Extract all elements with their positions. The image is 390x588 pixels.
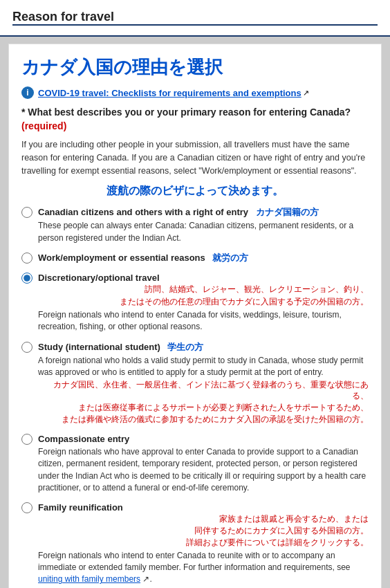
- radio-desc-6-before-link: Foreign nationals who intend to enter Ca…: [38, 551, 351, 572]
- sub-heading-jp: 渡航の際のビザによって決めます。: [21, 184, 369, 199]
- radio-desc-jp-3: 訪問、結婚式、レジャー、観光、レクリエーション、釣り、またはその他の任意の理由で…: [38, 284, 369, 308]
- radio-canadian-citizens[interactable]: [21, 207, 32, 218]
- radio-group: Canadian citizens and others with a righ…: [21, 205, 369, 588]
- radio-desc-jp-4: カナダ国民、永住者、一般居住者、インド法に基づく登録者のうち、重要な状態にある、…: [38, 379, 369, 425]
- radio-work[interactable]: [21, 252, 32, 264]
- page-title: Reason for travel: [12, 10, 378, 24]
- radio-desc-3: Foreign nationals who intend to enter Ca…: [38, 309, 369, 333]
- radio-desc-6: Foreign nationals who intend to enter Ca…: [38, 550, 369, 586]
- page-heading-jp: カナダ入国の理由を選択: [21, 55, 369, 80]
- radio-item-study[interactable]: Study (international student) 学生の方 A for…: [21, 340, 369, 425]
- main-content: カナダ入国の理由を選択 i COVID-19 travel: Checklist…: [8, 44, 382, 588]
- info-link[interactable]: COVID-19 travel: Checklists for requirem…: [38, 88, 301, 98]
- radio-discretionary[interactable]: [21, 273, 32, 284]
- radio-item-work[interactable]: Work/employment or essential reasons 就労の…: [21, 251, 369, 264]
- radio-content-6: Family reunification 家族または親戚と再会するため、または同…: [38, 501, 369, 586]
- radio-item-family[interactable]: Family reunification 家族または親戚と再会するため、または同…: [21, 501, 369, 586]
- radio-desc-jp-6-top: 家族または親戚と再会するため、または同伴するためにカナダに入国する外国籍の方。詳…: [38, 513, 369, 548]
- radio-content-5: Compassionate entry Foreign nationals wh…: [38, 432, 369, 495]
- radio-title-4: Study (international student): [38, 342, 160, 352]
- radio-family[interactable]: [21, 502, 32, 513]
- radio-content-1: Canadian citizens and others with a righ…: [38, 205, 369, 244]
- radio-label-row-5: Compassionate entry: [38, 432, 369, 445]
- info-link-row: i COVID-19 travel: Checklists for requir…: [21, 86, 369, 99]
- radio-label-row-2: Work/employment or essential reasons 就労の…: [38, 251, 369, 264]
- radio-title-1: Canadian citizens and others with a righ…: [38, 207, 248, 217]
- radio-compassionate[interactable]: [21, 434, 32, 445]
- radio-desc-1: These people can always enter Canada: Ca…: [38, 220, 369, 244]
- radio-study[interactable]: [21, 342, 32, 353]
- radio-desc-4: A foreign national who holds a valid stu…: [38, 355, 369, 379]
- radio-title-jp-2: 就労の方: [212, 252, 248, 263]
- radio-desc-6-external: ↗.: [142, 574, 151, 584]
- radio-content-3: Discretionary/optional travel 訪問、結婚式、レジャ…: [38, 271, 369, 333]
- radio-item-discretionary[interactable]: Discretionary/optional travel 訪問、結婚式、レジャ…: [21, 271, 369, 333]
- external-link-icon: ↗: [303, 89, 309, 98]
- header-bar: Reason for travel: [0, 0, 390, 37]
- radio-content-2: Work/employment or essential reasons 就労の…: [38, 251, 369, 264]
- radio-label-row-6: Family reunification: [38, 501, 369, 513]
- page-wrapper: Reason for travel カナダ入国の理由を選択 i COVID-19…: [0, 0, 390, 588]
- question-label: * What best describes you or your primar…: [21, 106, 369, 133]
- radio-content-4: Study (international student) 学生の方 A for…: [38, 340, 369, 425]
- radio-title-jp-4: 学生の方: [167, 342, 203, 352]
- info-icon: i: [21, 86, 34, 99]
- radio-item-compassionate[interactable]: Compassionate entry Foreign nationals wh…: [21, 432, 369, 495]
- radio-title-5: Compassionate entry: [38, 434, 129, 444]
- question-text: * What best describes you or your primar…: [21, 107, 351, 118]
- radio-title-2: Work/employment or essential reasons: [38, 252, 205, 263]
- description-text: If you are including other people in you…: [21, 138, 369, 177]
- required-label: (required): [21, 120, 66, 131]
- radio-title-jp-1: カナダ国籍の方: [256, 207, 319, 217]
- radio-item-canadian-citizens[interactable]: Canadian citizens and others with a righ…: [21, 205, 369, 244]
- radio-label-row-4: Study (international student) 学生の方: [38, 340, 369, 353]
- radio-title-3: Discretionary/optional travel: [38, 273, 160, 283]
- radio-title-6: Family reunification: [38, 502, 123, 513]
- family-members-link[interactable]: uniting with family members: [38, 574, 140, 584]
- radio-label-row-1: Canadian citizens and others with a righ…: [38, 205, 369, 219]
- radio-desc-5: Foreign nationals who have approval to e…: [38, 446, 369, 495]
- radio-label-row-3: Discretionary/optional travel: [38, 271, 369, 284]
